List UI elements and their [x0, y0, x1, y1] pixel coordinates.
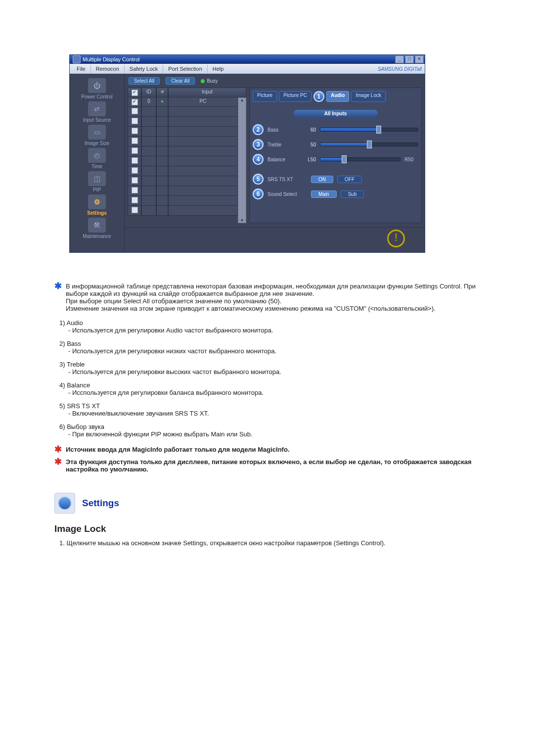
pip-icon: ◫ [94, 175, 100, 183]
callout-4: 4 [253, 154, 264, 165]
col-id[interactable]: ID [141, 88, 156, 97]
sidebar-item-power[interactable]: ⏻ Power Control [70, 78, 124, 99]
srs-off-button[interactable]: OFF [337, 176, 362, 183]
sidebar: ⏻ Power Control ⇄ Input Source ▭ Image S… [70, 74, 124, 252]
sound-sub-button[interactable]: Sub [341, 190, 364, 198]
callout-2: 2 [253, 124, 264, 135]
row-checkbox[interactable] [132, 99, 138, 105]
settings-panel: Picture Picture PC 1 Audio Image Lock Al… [249, 88, 422, 223]
image-size-icon: ▭ [94, 128, 100, 136]
sidebar-item-maintenance[interactable]: 🛠 Maintenance [70, 218, 124, 239]
list-item: 2) Bass - Используется для регулировки н… [59, 340, 485, 355]
warning-icon: ! [387, 230, 405, 247]
step-1: 1. Щелкните мышью на основном значке Set… [59, 539, 485, 547]
menu-remocon[interactable]: Remocon [92, 65, 123, 73]
callout-5: 5 [253, 174, 264, 185]
tab-image-lock[interactable]: Image Lock [351, 91, 386, 102]
col-status[interactable]: ☀ [156, 88, 168, 97]
list-item: 5) SRS TS XT - Включение/выключение звуч… [59, 402, 485, 417]
sidebar-item-time[interactable]: ◴ Time [70, 148, 124, 169]
sidebar-item-input[interactable]: ⇄ Input Source [70, 101, 124, 123]
slider-treble-row: 3 Treble 50 [253, 139, 418, 150]
slider-treble[interactable] [320, 142, 418, 146]
brand-label: SAMSUNG DIGITall [378, 66, 422, 72]
srs-on-button[interactable]: ON [311, 176, 333, 183]
menubar: File Remocon Safety Lock Port Selection … [69, 64, 425, 74]
mdc-app-window: Multiple Display Control _ □ ✕ File Remo… [69, 54, 425, 253]
sidebar-item-settings[interactable]: ⚙ Settings [70, 194, 124, 216]
input-icon: ⇄ [94, 105, 100, 113]
sidebar-item-image-size[interactable]: ▭ Image Size [70, 125, 124, 146]
list-item: 1) Audio - Используется для регулировки … [59, 319, 485, 334]
section-header-settings: Settings [54, 493, 485, 514]
tab-picture[interactable]: Picture [253, 91, 277, 102]
sound-main-button[interactable]: Main [311, 190, 337, 198]
slider-balance-row: 4 Balance L50 R50 [253, 154, 418, 165]
heading-image-lock: Image Lock [54, 523, 485, 534]
settings-section-icon [54, 493, 75, 514]
toggle-srs-row: 5 SRS TS XT ON OFF [253, 174, 418, 185]
col-input[interactable]: Input [168, 88, 246, 97]
wrench-icon: 🛠 [93, 221, 100, 229]
feature-list: 1) Audio - Используется для регулировки … [59, 319, 485, 438]
tab-audio[interactable]: Audio [326, 91, 349, 102]
callout-6: 6 [253, 189, 264, 199]
slider-balance[interactable] [320, 157, 400, 161]
maximize-button[interactable]: □ [405, 55, 414, 63]
menu-file[interactable]: File [73, 65, 89, 73]
callout-3: 3 [253, 139, 264, 150]
clock-icon: ◴ [94, 151, 100, 159]
sidebar-item-pip[interactable]: ◫ PIP [70, 171, 124, 192]
menu-portselection[interactable]: Port Selection [164, 65, 206, 73]
star-icon: ✱ [54, 283, 62, 312]
slider-bass[interactable] [320, 128, 418, 132]
star-icon: ✱ [54, 458, 62, 473]
list-item: 4) Balance - Исспользуется для регулиров… [59, 381, 485, 396]
note-magicinfo: ✱ Источник ввода для MagicInfo работает … [54, 446, 485, 453]
busy-indicator: Busy [201, 78, 218, 84]
toggle-sound-row: 6 Sound Select Main Sub [253, 189, 418, 199]
gear-icon: ⚙ [94, 198, 100, 206]
callout-1: 1 [313, 91, 324, 102]
power-icon: ⏻ [93, 82, 100, 90]
slider-bass-row: 2 Bass 60 [253, 124, 418, 135]
clear-all-button[interactable]: Clear All [166, 77, 195, 85]
table-row[interactable]: 0 ● PC [128, 97, 238, 107]
status-green-icon: ● [161, 98, 164, 104]
display-table: ID ☀ Input 0 ● PC [128, 88, 246, 223]
select-all-button[interactable]: Select All [129, 77, 160, 85]
list-item: 6) Выбор звука - При включенной функции … [59, 423, 485, 438]
menu-help[interactable]: Help [209, 65, 228, 73]
tab-picture-pc[interactable]: Picture PC [279, 91, 312, 102]
star-icon: ✱ [54, 446, 62, 453]
minimize-button[interactable]: _ [395, 55, 404, 63]
note-power: ✱ Эта функция доступна только для диспле… [54, 458, 485, 473]
status-dot-icon [201, 79, 205, 83]
menu-safetylock[interactable]: Safety Lock [126, 65, 162, 73]
all-inputs-button[interactable]: All Inputs [294, 110, 378, 117]
list-item: 3) Treble - Используется для регулировки… [59, 361, 485, 376]
lead-paragraph: В информационной таблице представлена не… [66, 283, 485, 312]
titlebar: Multiple Display Control _ □ ✕ [69, 54, 425, 64]
table-scrollbar[interactable]: ▲▼ [238, 97, 246, 223]
col-check[interactable] [128, 88, 141, 97]
app-icon [73, 55, 81, 63]
close-button[interactable]: ✕ [415, 55, 424, 63]
app-title: Multiple Display Control [83, 56, 140, 62]
